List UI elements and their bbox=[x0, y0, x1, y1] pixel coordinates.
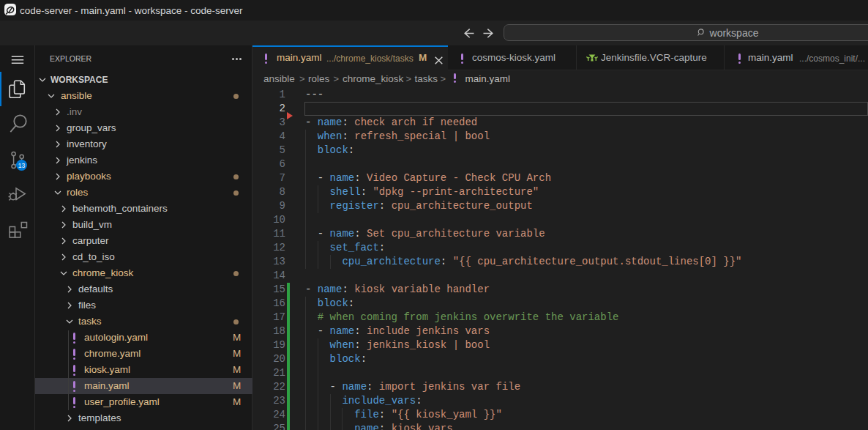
svg-text:13: 13 bbox=[18, 161, 26, 168]
